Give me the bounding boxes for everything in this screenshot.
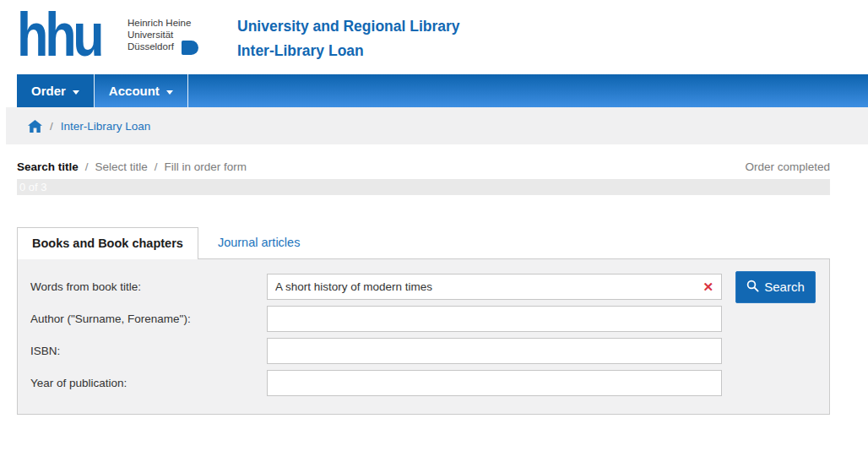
- step-search-title: Search title: [17, 160, 79, 173]
- year-label: Year of publication:: [30, 377, 267, 389]
- site-title-line2: Inter-Library Loan: [237, 39, 460, 63]
- author-input[interactable]: [267, 306, 722, 332]
- tab-journal-articles[interactable]: Journal articles: [198, 227, 320, 258]
- nav-item-order-label: Order: [31, 84, 66, 98]
- university-name-line3: Düsseldorf: [127, 41, 174, 53]
- university-name-line2: Universität: [127, 30, 198, 41]
- form-row-author: Author ("Surname, Forename"):: [30, 306, 829, 332]
- breadcrumb-current[interactable]: Inter-Library Loan: [61, 120, 151, 133]
- progress-bar: 0 of 3: [17, 179, 830, 195]
- author-label: Author ("Surname, Forename"):: [30, 313, 267, 325]
- main-navbar: Order Account: [17, 74, 868, 107]
- nav-item-order[interactable]: Order: [17, 74, 95, 107]
- isbn-input[interactable]: [267, 338, 722, 364]
- logo-d-shape-icon: [182, 41, 198, 55]
- site-title: University and Regional Library Inter-Li…: [237, 14, 460, 63]
- step-order-completed: Order completed: [745, 160, 830, 173]
- nav-item-account-label: Account: [109, 84, 160, 98]
- search-form-panel: Words from book title: ✕ Search Author (…: [17, 258, 830, 415]
- caret-down-icon: [166, 90, 173, 95]
- caret-down-icon: [73, 90, 79, 95]
- step-select-title: Select title: [95, 160, 148, 173]
- nav-item-account[interactable]: Account: [95, 74, 188, 107]
- hhu-logo[interactable]: hhu Heinrich Heine Universität Düsseldor…: [17, 8, 198, 61]
- book-title-input[interactable]: [267, 274, 722, 300]
- hhu-wordmark: hhu: [17, 8, 100, 61]
- search-button-label: Search: [764, 280, 805, 294]
- university-name-line1: Heinrich Heine: [127, 18, 198, 30]
- form-row-isbn: ISBN:: [30, 338, 829, 364]
- step-separator: /: [155, 160, 158, 173]
- progress-steps: Search title / Select title / Fill in or…: [17, 160, 830, 173]
- form-row-year: Year of publication:: [30, 370, 829, 396]
- page-header: hhu Heinrich Heine Universität Düsseldor…: [0, 0, 868, 74]
- search-icon: [746, 280, 759, 292]
- university-name: Heinrich Heine Universität Düsseldorf: [127, 18, 198, 52]
- book-title-label: Words from book title:: [30, 280, 267, 293]
- step-separator: /: [85, 160, 89, 173]
- clear-input-icon[interactable]: ✕: [703, 280, 713, 293]
- year-input[interactable]: [267, 370, 722, 396]
- search-button[interactable]: Search: [735, 271, 816, 303]
- form-row-book-title: Words from book title: ✕ Search: [30, 274, 829, 300]
- tab-books-and-book-chapters[interactable]: Books and Book chapters: [17, 227, 198, 259]
- step-fill-order-form: Fill in order form: [165, 160, 247, 173]
- home-icon[interactable]: [28, 120, 42, 133]
- main-content: Search title / Select title / Fill in or…: [17, 160, 830, 415]
- breadcrumb: / Inter-Library Loan: [6, 107, 868, 144]
- site-title-line1: University and Regional Library: [237, 14, 460, 39]
- isbn-label: ISBN:: [30, 345, 267, 357]
- breadcrumb-separator: /: [50, 120, 53, 133]
- tab-bar: Books and Book chapters Journal articles: [17, 227, 830, 258]
